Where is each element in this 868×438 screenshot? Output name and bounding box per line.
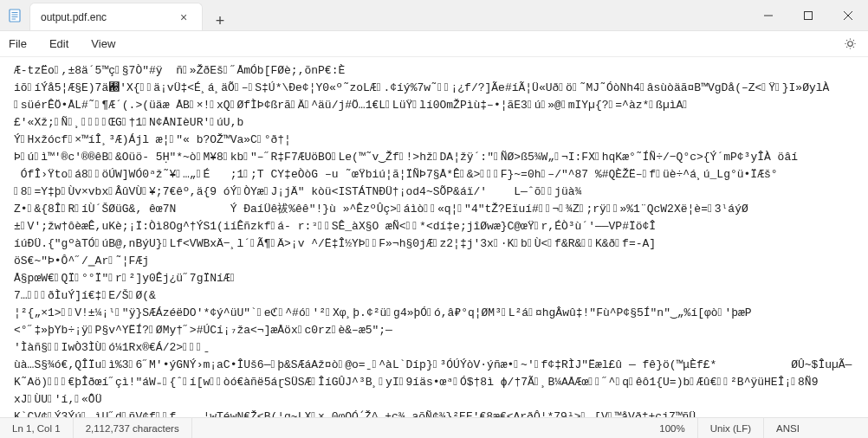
maximize-button[interactable] — [788, 0, 828, 30]
tab-active[interactable]: output.pdf.enc × — [29, 3, 203, 30]
menubar: File Edit View — [0, 31, 868, 57]
new-tab-button[interactable]: + — [208, 12, 232, 30]
close-button[interactable] — [828, 0, 868, 30]
tabs: output.pdf.enc × + — [29, 0, 232, 30]
menu-file[interactable]: File — [9, 37, 27, 50]
editor-content: Æ-tzËo￾,±8ä´5™ç￾§7Ò"#ÿ ñ￾»ŽðEš￾˝ÅmÓb[FØè… — [14, 62, 859, 417]
status-encoding[interactable]: ANSI — [764, 418, 868, 438]
status-position[interactable]: Ln 1, Col 1 — [0, 418, 74, 438]
window-controls — [748, 0, 868, 30]
status-characters[interactable]: 2,112,737 characters — [74, 418, 192, 438]
close-icon[interactable]: × — [176, 10, 191, 25]
svg-rect-0 — [10, 10, 20, 22]
editor[interactable]: Æ-tzËo￾,±8ä´5™ç￾§7Ò"#ÿ ñ￾»ŽðEš￾˝ÅmÓb[FØè… — [0, 57, 868, 417]
svg-rect-6 — [805, 11, 813, 19]
menubar-right — [840, 35, 859, 54]
minimize-button[interactable] — [748, 0, 788, 30]
menu-view[interactable]: View — [91, 37, 115, 50]
status-line-ending[interactable]: Unix (LF) — [698, 418, 764, 438]
gear-icon[interactable] — [840, 35, 859, 54]
titlebar: output.pdf.enc × + — [0, 0, 868, 31]
status-zoom[interactable]: 100% — [647, 418, 697, 438]
app-icon — [0, 0, 29, 30]
tab-title: output.pdf.enc — [41, 11, 167, 23]
menu-edit[interactable]: Edit — [49, 37, 68, 50]
statusbar: Ln 1, Col 1 2,112,737 characters 100% Un… — [0, 417, 868, 438]
window: output.pdf.enc × + File Edit View — [0, 0, 868, 438]
